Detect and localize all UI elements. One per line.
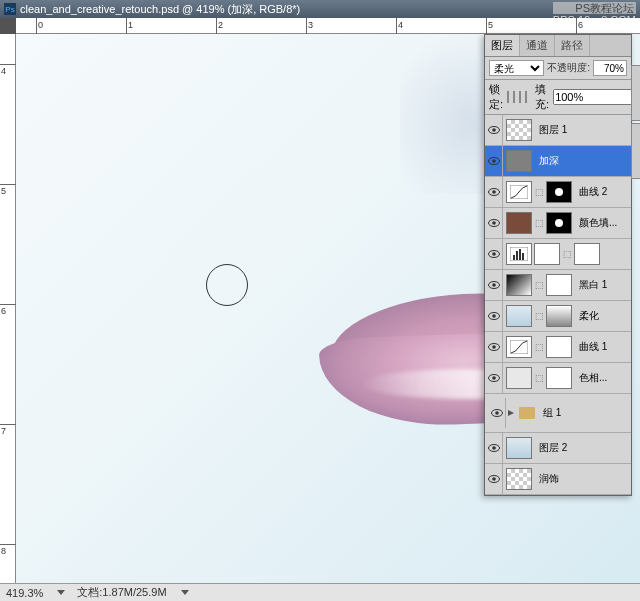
- layer-row[interactable]: ⬚曲线 1: [485, 332, 631, 363]
- visibility-eye-icon[interactable]: [485, 146, 503, 176]
- layer-mask-thumbnail[interactable]: [546, 367, 572, 389]
- layer-mask-thumbnail[interactable]: [546, 336, 572, 358]
- visibility-eye-icon[interactable]: [485, 177, 503, 207]
- layer-name[interactable]: 曲线 2: [575, 185, 607, 199]
- visibility-eye-icon[interactable]: [485, 270, 503, 300]
- layer-row[interactable]: 图层 1: [485, 115, 631, 146]
- layer-mask-thumbnail[interactable]: [546, 274, 572, 296]
- layer-name[interactable]: 柔化: [575, 309, 599, 323]
- layer-thumbnail[interactable]: [506, 468, 532, 490]
- blend-mode-select[interactable]: 柔光: [489, 60, 544, 76]
- layer-row[interactable]: ⬚曲线 2: [485, 177, 631, 208]
- layers-list[interactable]: 图层 1加深⬚曲线 2⬚颜色填...⬚⬚黑白 1⬚柔化⬚曲线 1⬚色相...组 …: [485, 115, 631, 495]
- layer-thumbnail[interactable]: [506, 181, 532, 203]
- panel-tabs[interactable]: 图层 通道 路径: [485, 35, 631, 57]
- layer-thumbnail[interactable]: [506, 305, 532, 327]
- collapsed-panels[interactable]: [631, 65, 640, 179]
- brush-cursor: [206, 264, 248, 306]
- visibility-eye-icon[interactable]: [485, 208, 503, 238]
- tab-paths[interactable]: 路径: [555, 35, 590, 56]
- layer-thumbnail[interactable]: [546, 305, 572, 327]
- layer-name[interactable]: 曲线 1: [575, 340, 607, 354]
- layer-name[interactable]: 组 1: [539, 406, 561, 420]
- visibility-eye-icon[interactable]: [485, 239, 503, 269]
- layer-row[interactable]: ⬚色相...: [485, 363, 631, 394]
- layer-row[interactable]: 加深: [485, 146, 631, 177]
- layer-name[interactable]: 图层 1: [535, 123, 567, 137]
- layer-thumbnail[interactable]: [506, 150, 532, 172]
- layer-name[interactable]: 黑白 1: [575, 278, 607, 292]
- zoom-level[interactable]: 419.3%: [6, 587, 43, 599]
- layer-row[interactable]: ⬚: [485, 239, 631, 270]
- visibility-eye-icon[interactable]: [488, 398, 506, 428]
- svg-point-5: [492, 190, 496, 194]
- svg-point-26: [495, 411, 499, 415]
- svg-point-19: [492, 314, 496, 318]
- tab-layers[interactable]: 图层: [485, 35, 520, 56]
- info-dropdown-icon[interactable]: [181, 590, 189, 595]
- layer-thumbnail[interactable]: [506, 274, 532, 296]
- layers-panel[interactable]: 图层 通道 路径 柔光 不透明度: 锁定: 填充: 图层 1加深⬚曲线 2⬚颜色…: [484, 34, 632, 496]
- document-size: 文档:1.87M/25.9M: [77, 585, 166, 600]
- zoom-dropdown-icon[interactable]: [57, 590, 65, 595]
- svg-point-28: [492, 446, 496, 450]
- svg-point-24: [492, 376, 496, 380]
- svg-point-30: [492, 477, 496, 481]
- layer-row[interactable]: ⬚柔化: [485, 301, 631, 332]
- layer-thumbnail[interactable]: [506, 212, 532, 234]
- svg-point-21: [492, 345, 496, 349]
- fill-label: 填充:: [535, 82, 549, 112]
- lock-pixels-icon[interactable]: [513, 91, 515, 103]
- layer-mask-thumbnail[interactable]: [546, 181, 572, 203]
- layer-row[interactable]: 图层 2: [485, 433, 631, 464]
- layer-row[interactable]: ⬚颜色填...: [485, 208, 631, 239]
- ps-icon: Ps: [4, 3, 16, 15]
- folder-icon: [519, 407, 535, 419]
- layer-name[interactable]: 色相...: [575, 371, 607, 385]
- svg-point-10: [492, 252, 496, 256]
- visibility-eye-icon[interactable]: [485, 301, 503, 331]
- status-bar: 419.3% 文档:1.87M/25.9M: [0, 583, 640, 601]
- svg-rect-14: [519, 249, 521, 260]
- layer-thumbnail[interactable]: [506, 119, 532, 141]
- svg-rect-12: [513, 255, 515, 260]
- svg-rect-13: [516, 251, 518, 260]
- svg-rect-15: [522, 253, 524, 260]
- layer-name[interactable]: 润饰: [535, 472, 559, 486]
- svg-point-3: [492, 159, 496, 163]
- layer-row[interactable]: ⬚黑白 1: [485, 270, 631, 301]
- fill-input[interactable]: [553, 89, 640, 105]
- lock-label: 锁定:: [489, 82, 503, 112]
- visibility-eye-icon[interactable]: [485, 464, 503, 494]
- tab-channels[interactable]: 通道: [520, 35, 555, 56]
- layer-name[interactable]: 图层 2: [535, 441, 567, 455]
- lock-position-icon[interactable]: [519, 91, 521, 103]
- layer-thumbnail[interactable]: [506, 336, 532, 358]
- visibility-eye-icon[interactable]: [485, 433, 503, 463]
- visibility-eye-icon[interactable]: [485, 332, 503, 362]
- layer-thumbnail[interactable]: [506, 437, 532, 459]
- document-title: clean_and_creative_retouch.psd @ 419% (加…: [20, 2, 300, 17]
- visibility-eye-icon[interactable]: [485, 115, 503, 145]
- opacity-label: 不透明度:: [547, 61, 590, 75]
- layer-mask-thumbnail[interactable]: [534, 243, 560, 265]
- layer-thumbnail[interactable]: [506, 243, 532, 265]
- fold-triangle-icon[interactable]: [506, 408, 516, 418]
- ruler-horizontal[interactable]: 0123456: [16, 18, 640, 34]
- lock-transparent-icon[interactable]: [507, 91, 509, 103]
- title-bar: Ps clean_and_creative_retouch.psd @ 419%…: [0, 0, 640, 18]
- layer-group[interactable]: 组 1: [485, 394, 631, 433]
- ruler-vertical[interactable]: 45678: [0, 34, 16, 583]
- layer-name[interactable]: 加深: [535, 154, 559, 168]
- lock-all-icon[interactable]: [525, 91, 527, 103]
- visibility-eye-icon[interactable]: [485, 363, 503, 393]
- layer-name[interactable]: 颜色填...: [575, 216, 617, 230]
- layer-mask-thumbnail[interactable]: [546, 212, 572, 234]
- opacity-input[interactable]: [593, 60, 627, 76]
- layer-thumbnail[interactable]: [506, 367, 532, 389]
- layer-row[interactable]: 润饰: [485, 464, 631, 495]
- svg-point-1: [492, 128, 496, 132]
- svg-point-8: [492, 221, 496, 225]
- svg-point-17: [492, 283, 496, 287]
